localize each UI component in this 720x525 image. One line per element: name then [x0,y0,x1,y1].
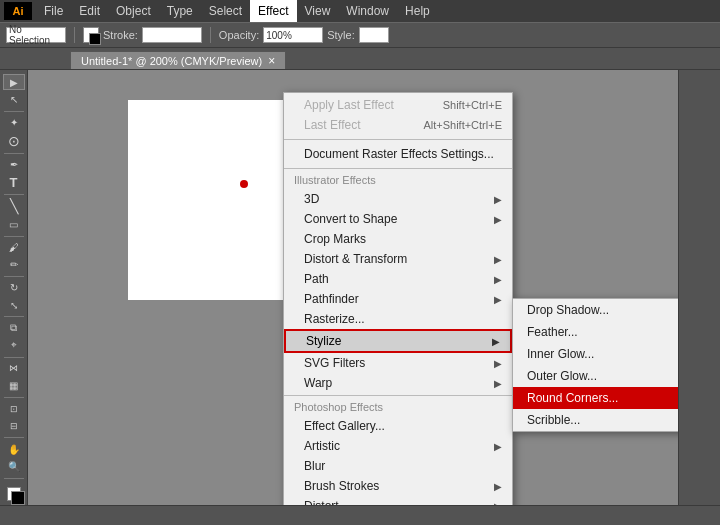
tool-separator-4 [4,236,24,237]
tool-separator-7 [4,357,24,358]
stylize-arrow: ▶ [492,336,500,347]
outer-glow-item[interactable]: Outer Glow... [513,365,678,387]
svg-filters-arrow: ▶ [494,358,502,369]
direct-selection-tool[interactable]: ↖ [3,91,25,107]
color-fill-stroke[interactable] [3,483,25,499]
pathfinder-arrow: ▶ [494,294,502,305]
column-graph-tool[interactable]: ▦ [3,378,25,394]
type-tool[interactable]: T [3,174,25,191]
tool-separator-1 [4,111,24,112]
eyedropper-tool[interactable]: ⌖ [3,337,25,353]
hand-tool[interactable]: ✋ [3,441,25,457]
lasso-tool[interactable]: ⊙ [3,132,25,150]
magic-wand-tool[interactable]: ✦ [3,114,25,130]
tool-separator-2 [4,153,24,154]
menu-file[interactable]: File [36,0,71,22]
opacity-value[interactable]: 100% [263,27,323,43]
rotate-tool[interactable]: ↻ [3,280,25,296]
line-tool[interactable]: ╲ [3,197,25,215]
pencil-tool[interactable]: ✏ [3,257,25,273]
menu-select[interactable]: Select [201,0,250,22]
tool-separator-8 [4,397,24,398]
effect-3d-label: 3D [304,192,319,206]
selection-tool[interactable]: ▶ [3,74,25,90]
stylize-item[interactable]: Stylize ▶ [284,329,512,353]
opacity-label: Opacity: [219,29,259,41]
divider-1 [284,139,512,140]
divider-2 [284,168,512,169]
drop-shadow-label: Drop Shadow... [527,303,609,317]
transform-tool[interactable]: ⧉ [3,320,25,336]
document-raster-item[interactable]: Document Raster Effects Settings... [284,144,512,164]
convert-to-shape-label: Convert to Shape [304,212,397,226]
effect-gallery-item[interactable]: Effect Gallery... [284,416,512,436]
last-effect-item[interactable]: Last Effect Alt+Shift+Ctrl+E [284,115,512,135]
outer-glow-label: Outer Glow... [527,369,597,383]
artistic-item[interactable]: Artistic ▶ [284,436,512,456]
blend-tool[interactable]: ⋈ [3,360,25,376]
status-bar [0,505,720,525]
divider-3 [284,395,512,396]
pathfinder-label: Pathfinder [304,292,359,306]
brush-strokes-arrow: ▶ [494,481,502,492]
selection-section: No Selection [6,27,66,43]
scribble-label: Scribble... [527,413,580,427]
zoom-tool[interactable]: 🔍 [3,458,25,474]
artboard-tool[interactable]: ⊡ [3,401,25,417]
svg-filters-item[interactable]: SVG Filters ▶ [284,353,512,373]
inner-glow-item[interactable]: Inner Glow... [513,343,678,365]
effect-3d-item[interactable]: 3D ▶ [284,189,512,209]
stroke-value[interactable] [142,27,202,43]
scribble-item[interactable]: Scribble... [513,409,678,431]
toolbar-divider-2 [210,27,211,43]
illustrator-effects-header: Illustrator Effects [284,171,512,189]
blur-label: Blur [304,459,325,473]
apply-last-effect-label: Apply Last Effect [304,98,394,112]
stroke-color-box[interactable] [83,27,99,43]
toolbar: No Selection Stroke: Opacity: 100% Style… [0,22,720,48]
menu-help[interactable]: Help [397,0,438,22]
svg-filters-label: SVG Filters [304,356,365,370]
pen-tool[interactable]: ✒ [3,156,25,172]
warp-item[interactable]: Warp ▶ [284,373,512,393]
convert-to-shape-item[interactable]: Convert to Shape ▶ [284,209,512,229]
photoshop-effects-header: Photoshop Effects [284,398,512,416]
stroke-label: Stroke: [103,29,138,41]
distort-item[interactable]: Distort ▶ [284,496,512,505]
paintbrush-tool[interactable]: 🖌 [3,239,25,255]
artistic-arrow: ▶ [494,441,502,452]
doc-tab-bar: Untitled-1* @ 200% (CMYK/Preview) × [0,48,720,70]
round-corners-item[interactable]: Round Corners... [513,387,678,409]
path-item[interactable]: Path ▶ [284,269,512,289]
main-area: ▶ ↖ ✦ ⊙ ✒ T ╲ ▭ 🖌 ✏ ↻ ⤡ ⧉ ⌖ ⋈ ▦ ⊡ ⊟ [0,70,720,505]
pathfinder-item[interactable]: Pathfinder ▶ [284,289,512,309]
apply-last-effect-item[interactable]: Apply Last Effect Shift+Ctrl+E [284,95,512,115]
artistic-label: Artistic [304,439,340,453]
canvas-object [240,180,248,188]
app-window: Ai File Edit Object Type Select Effect V… [0,0,720,505]
rasterize-item[interactable]: Rasterize... [284,309,512,329]
menu-edit[interactable]: Edit [71,0,108,22]
path-arrow: ▶ [494,274,502,285]
distort-transform-arrow: ▶ [494,254,502,265]
brush-strokes-item[interactable]: Brush Strokes ▶ [284,476,512,496]
slice-tool[interactable]: ⊟ [3,418,25,434]
brush-strokes-label: Brush Strokes [304,479,379,493]
doc-tab-untitled[interactable]: Untitled-1* @ 200% (CMYK/Preview) × [70,51,286,69]
menu-window[interactable]: Window [338,0,397,22]
blur-item[interactable]: Blur [284,456,512,476]
tool-separator-3 [4,194,24,195]
menu-object[interactable]: Object [108,0,159,22]
doc-tab-close[interactable]: × [268,54,275,68]
feather-item[interactable]: Feather... [513,321,678,343]
menu-type[interactable]: Type [159,0,201,22]
menu-effect[interactable]: Effect [250,0,296,22]
shape-tool[interactable]: ▭ [3,216,25,232]
scale-tool[interactable]: ⤡ [3,297,25,313]
crop-marks-item[interactable]: Crop Marks [284,229,512,249]
distort-transform-item[interactable]: Distort & Transform ▶ [284,249,512,269]
style-value[interactable] [359,27,389,43]
menu-view[interactable]: View [297,0,339,22]
drop-shadow-item[interactable]: Drop Shadow... [513,299,678,321]
tool-separator-9 [4,437,24,438]
